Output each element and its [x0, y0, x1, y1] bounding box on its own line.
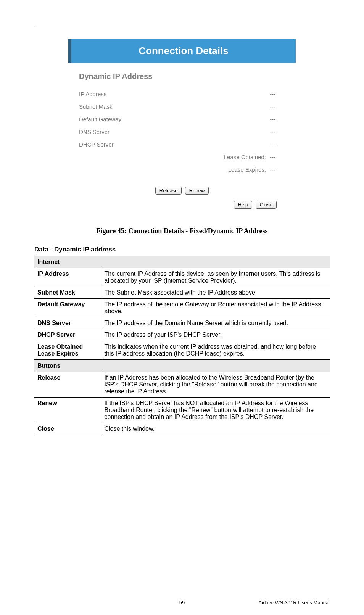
- value-lease-obtained: ---: [270, 151, 285, 163]
- row-label: Renew: [34, 398, 101, 423]
- label-subnet-mask: Subnet Mask: [79, 100, 270, 113]
- row-desc: The current IP Address of this device, a…: [101, 268, 330, 287]
- value-lease-expires: ---: [270, 163, 285, 176]
- row-label: DNS Server: [34, 317, 101, 329]
- label-lease-expires: Lease Expires:: [79, 163, 270, 176]
- close-button[interactable]: Close: [256, 201, 277, 209]
- table-row: Renew If the ISP's DHCP Server has NOT a…: [34, 398, 330, 423]
- row-subnet-mask: Subnet Mask ---: [79, 100, 285, 113]
- row-desc: This indicates when the current IP addre…: [101, 341, 330, 360]
- row-desc: If an IP Address has been allocated to t…: [101, 372, 330, 398]
- table-row: IP Address The current IP Address of thi…: [34, 268, 330, 287]
- group-label-buttons: Buttons: [34, 360, 330, 372]
- row-label: Default Gateway: [34, 299, 101, 317]
- label-ip-address: IP Address: [79, 88, 270, 100]
- row-desc: The Subnet Mask associated with the IP A…: [101, 287, 330, 299]
- group-header-buttons: Buttons: [34, 360, 330, 372]
- value-default-gateway: ---: [270, 113, 285, 126]
- value-dns-server: ---: [270, 126, 285, 138]
- row-dns-server: DNS Server ---: [79, 126, 285, 138]
- group-label-internet: Internet: [34, 256, 330, 268]
- row-dhcp-server: DHCP Server ---: [79, 138, 285, 151]
- manual-title: AirLive WN-301R User's Manual: [258, 600, 330, 605]
- table-row: DNS Server The IP address of the Domain …: [34, 317, 330, 329]
- value-subnet-mask: ---: [270, 100, 285, 113]
- row-lease-obtained: Lease Obtained: ---: [79, 151, 285, 163]
- row-desc: If the ISP's DHCP Server has NOT allocat…: [101, 398, 330, 423]
- table-row: Release If an IP Address has been alloca…: [34, 372, 330, 398]
- data-table: Internet IP Address The current IP Addre…: [34, 256, 330, 435]
- connection-details-dialog: Connection Details Dynamic IP Address IP…: [68, 39, 296, 216]
- row-ip-address: IP Address ---: [79, 88, 285, 100]
- ip-details-table: IP Address --- Subnet Mask --- Default G…: [79, 88, 285, 176]
- row-label: DHCP Server: [34, 329, 101, 341]
- button-row-secondary: Help Close: [79, 201, 285, 209]
- label-lease-obtained: Lease Obtained:: [79, 151, 270, 163]
- row-label: IP Address: [34, 268, 101, 287]
- dialog-title: Connection Details: [68, 39, 296, 63]
- row-default-gateway: Default Gateway ---: [79, 113, 285, 126]
- row-label: Close: [34, 423, 101, 435]
- page-number: 59: [179, 600, 185, 605]
- top-rule: [34, 27, 330, 27]
- group-header-internet: Internet: [34, 256, 330, 268]
- table-row: Lease Obtained Lease Expires This indica…: [34, 341, 330, 360]
- table-row: Default Gateway The IP address of the re…: [34, 299, 330, 317]
- section-heading: Data - Dynamic IP address: [34, 246, 330, 253]
- table-row: DHCP Server The IP address of your ISP's…: [34, 329, 330, 341]
- help-button[interactable]: Help: [234, 201, 253, 209]
- release-button[interactable]: Release: [155, 187, 182, 195]
- renew-button[interactable]: Renew: [185, 187, 209, 195]
- row-label: Lease Obtained Lease Expires: [34, 341, 101, 360]
- label-default-gateway: Default Gateway: [79, 113, 270, 126]
- dialog-subtitle: Dynamic IP Address: [79, 72, 285, 81]
- table-row: Subnet Mask The Subnet Mask associated w…: [34, 287, 330, 299]
- row-label: Release: [34, 372, 101, 398]
- value-ip-address: ---: [270, 88, 285, 100]
- figure-caption: Figure 45: Connection Details - Fixed/Dy…: [34, 227, 330, 235]
- row-desc: The IP address of the remote Gateway or …: [101, 299, 330, 317]
- row-label: Subnet Mask: [34, 287, 101, 299]
- value-dhcp-server: ---: [270, 138, 285, 151]
- label-dns-server: DNS Server: [79, 126, 270, 138]
- row-desc: The IP address of your ISP's DHCP Server…: [101, 329, 330, 341]
- row-desc: Close this window.: [101, 423, 330, 435]
- label-dhcp-server: DHCP Server: [79, 138, 270, 151]
- row-desc: The IP address of the Domain Name Server…: [101, 317, 330, 329]
- button-row-main: Release Renew: [79, 187, 285, 195]
- row-lease-expires: Lease Expires: ---: [79, 163, 285, 176]
- table-row: Close Close this window.: [34, 423, 330, 435]
